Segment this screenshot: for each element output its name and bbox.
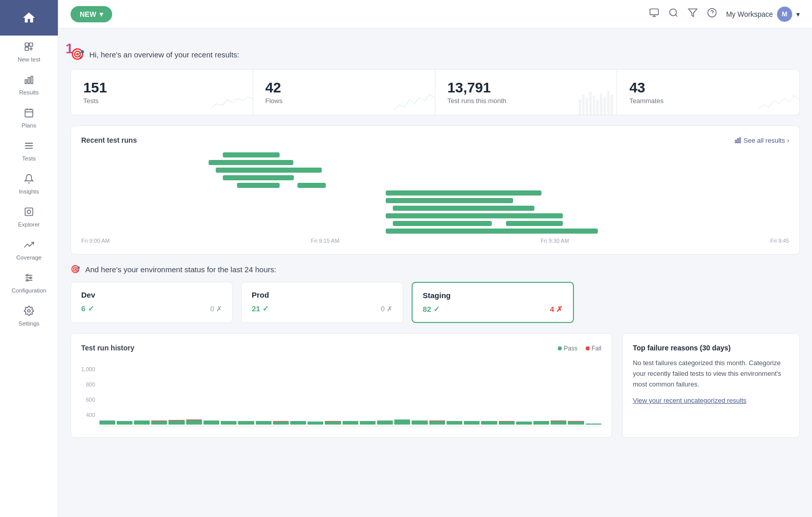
bar-group [308, 366, 323, 425]
badge-number: 1 [65, 41, 74, 57]
bar-group [499, 366, 515, 425]
sidebar-item-configuration[interactable]: Configuration [0, 267, 58, 300]
pass-bar [308, 422, 323, 425]
pass-bar [134, 421, 150, 425]
test-run-history-card: Test run history Pass Fail 1,000 800 600… [71, 333, 612, 438]
pass-bar [551, 421, 566, 425]
overview-header: 🎯 Hi, here's an overview of your recent … [71, 48, 800, 61]
monitor-icon[interactable] [649, 8, 659, 20]
y-axis: 1,000 800 600 400 [81, 366, 95, 427]
environment-header: 🎯 And here's your environment status for… [71, 265, 800, 274]
svg-rect-33 [582, 94, 585, 115]
search-icon[interactable] [668, 8, 679, 20]
sidebar-item-insights[interactable]: Insights [0, 168, 58, 201]
gantt-chart: Fri 9:00 AM Fri 9:15 AM Fri 9:30 AM Fri … [81, 152, 789, 244]
svg-rect-15 [25, 208, 33, 216]
svg-rect-40 [607, 91, 610, 115]
sidebar-item-plans[interactable]: Plans [0, 102, 58, 135]
sidebar-home-button[interactable] [0, 0, 58, 36]
configuration-icon [24, 273, 34, 285]
sidebar-item-label: Insights [19, 188, 39, 195]
env-name: Prod [252, 290, 393, 299]
pass-bar [586, 424, 601, 425]
sidebar-item-label: New test [18, 56, 41, 62]
sidebar-item-new-test[interactable]: New test [0, 36, 58, 69]
svg-rect-44 [739, 138, 740, 143]
pass-bar [360, 421, 376, 425]
env-card-staging: Staging 82 ✓ 4 ✗ [412, 282, 574, 323]
failure-reasons-card: Top failure reasons (30 days) No test fa… [622, 333, 800, 438]
legend-fail: Fail [586, 345, 601, 352]
sidebar-item-tests[interactable]: Tests [0, 135, 58, 168]
pass-bar [499, 422, 515, 425]
tests-icon [24, 141, 34, 153]
svg-rect-37 [596, 100, 599, 115]
chart-inner: 1,000 800 600 400 [81, 366, 601, 427]
avatar: M [777, 7, 792, 22]
failure-title: Top failure reasons (30 days) [633, 344, 789, 352]
fail-dot [586, 346, 590, 350]
sidebar-item-label: Tests [22, 155, 36, 161]
bar-group [168, 366, 184, 425]
chart-title: Test run history [81, 344, 134, 352]
help-icon[interactable] [707, 8, 717, 20]
stats-row: 151 Tests 42 Flows 13,791 Test runs this… [71, 69, 800, 115]
bar-group [325, 366, 341, 425]
bar-group [412, 366, 427, 425]
results-icon [24, 75, 34, 87]
bar-group [204, 366, 219, 425]
env-pass-count: 21 ✓ [252, 304, 269, 313]
content-area: 1 🎯 Hi, here's an overview of your recen… [58, 28, 812, 517]
pass-bar [481, 421, 497, 425]
bar-group [481, 366, 497, 425]
svg-rect-0 [25, 43, 29, 47]
environment-cards: Dev 6 ✓ 0 ✗ Prod 21 ✓ 0 ✗ Staging 82 ✓ [71, 282, 800, 323]
bar-group [256, 366, 272, 425]
env-stats: 21 ✓ 0 ✗ [252, 304, 393, 313]
topbar-right: My Workspace M ▾ [649, 7, 800, 22]
bar-chart [99, 366, 601, 427]
pass-bar [99, 421, 115, 425]
sidebar-item-label: Plans [22, 122, 37, 128]
sidebar-item-results[interactable]: Results [0, 69, 58, 102]
bar-group [238, 366, 254, 425]
sidebar-item-label: Results [19, 89, 39, 95]
pass-bar [204, 421, 219, 425]
env-fail-count: 4 ✗ [550, 305, 563, 314]
filter-icon[interactable] [688, 8, 698, 20]
svg-point-20 [26, 274, 28, 276]
workspace-dropdown-icon: ▾ [796, 10, 800, 18]
coverage-icon [24, 240, 34, 252]
new-button[interactable]: NEW ▾ [71, 6, 112, 22]
pass-bar [568, 422, 584, 425]
pass-bar [221, 421, 236, 425]
env-stats: 82 ✓ 4 ✗ [423, 305, 563, 314]
env-name: Dev [81, 290, 222, 299]
bar-group [273, 366, 289, 425]
stat-card-test-runs: 13,791 Test runs this month [435, 70, 618, 115]
dropdown-arrow-icon: ▾ [99, 10, 103, 18]
bar-group [464, 366, 480, 425]
failure-text: No test failures categorized this month.… [633, 358, 789, 390]
stat-card-flows: 42 Flows [253, 70, 435, 115]
environment-text: And here's your environment status for t… [85, 265, 276, 274]
svg-rect-35 [589, 92, 592, 115]
sidebar-item-coverage[interactable]: Coverage [0, 234, 58, 267]
sidebar-item-label: Configuration [12, 287, 46, 294]
workspace-button[interactable]: My Workspace M ▾ [726, 7, 800, 22]
pass-bar [429, 421, 445, 425]
uncategorized-results-link[interactable]: View your recent uncategorized results [633, 397, 747, 404]
svg-rect-6 [25, 109, 33, 117]
svg-rect-41 [611, 94, 613, 115]
env-card-prod: Prod 21 ✓ 0 ✗ [241, 282, 403, 323]
see-all-results-link[interactable]: See all results › [734, 137, 789, 144]
sidebar-item-settings[interactable]: Settings [0, 300, 58, 333]
sidebar-item-label: Settings [18, 320, 40, 327]
env-fail-count: 0 ✗ [381, 305, 393, 313]
sidebar-item-label: Coverage [16, 254, 42, 261]
chart-legend: Pass Fail [558, 345, 601, 352]
explorer-icon [24, 207, 34, 219]
sidebar-item-explorer[interactable]: Explorer [0, 201, 58, 234]
env-fail-count: 0 ✗ [210, 305, 222, 313]
pass-bar [412, 421, 427, 425]
